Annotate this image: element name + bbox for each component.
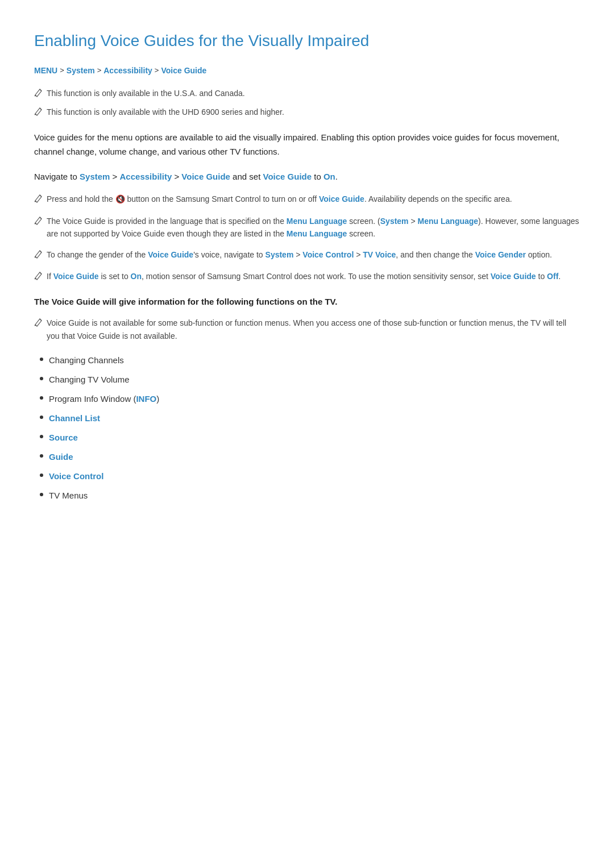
breadcrumb-sep-1: > xyxy=(60,65,64,77)
item-changing-volume: Changing TV Volume xyxy=(49,373,129,387)
bullet-dot-5 xyxy=(40,435,43,438)
top-notes: This function is only available in the U… xyxy=(34,87,580,119)
link-guide[interactable]: Guide xyxy=(49,450,73,464)
list-item-source: Source xyxy=(40,431,580,445)
pencil-icon-1 xyxy=(34,88,42,101)
note-text-1: This function is only available in the U… xyxy=(47,87,245,99)
link-menu-lang-3[interactable]: Menu Language xyxy=(287,229,347,238)
bullet-dot-2 xyxy=(40,377,43,380)
function-list-note: Voice Guide is not available for some su… xyxy=(34,317,580,342)
bullet-note-text-1: Press and hold the 🔇 button on the Samsu… xyxy=(47,193,512,205)
pencil-icon-3 xyxy=(34,194,42,206)
link-tv-voice[interactable]: TV Voice xyxy=(363,250,396,259)
nav-voice-guide[interactable]: Voice Guide xyxy=(181,172,230,181)
bullet-dot-8 xyxy=(40,493,43,496)
nav-accessibility[interactable]: Accessibility xyxy=(120,172,172,181)
link-voice-guide-4[interactable]: Voice Guide xyxy=(491,272,536,281)
bullet-note-text-2: The Voice Guide is provided in the langu… xyxy=(47,215,580,240)
bullet-note-2: The Voice Guide is provided in the langu… xyxy=(34,215,580,240)
list-item-voice-control: Voice Control xyxy=(40,470,580,483)
nav-system[interactable]: System xyxy=(80,172,110,181)
note-text-2: This function is only available with the… xyxy=(47,106,284,118)
link-info[interactable]: INFO xyxy=(136,394,156,404)
breadcrumb-sep-3: > xyxy=(155,65,159,77)
section-heading: The Voice Guide will give information fo… xyxy=(34,295,580,309)
bullet-dot-3 xyxy=(40,396,43,400)
list-item-changing-volume: Changing TV Volume xyxy=(40,373,580,387)
item-program-info: Program Info Window (INFO) xyxy=(49,392,159,406)
link-channel-list[interactable]: Channel List xyxy=(49,412,100,425)
link-voice-guide-1[interactable]: Voice Guide xyxy=(319,194,364,203)
link-voice-guide-3[interactable]: Voice Guide xyxy=(53,272,99,281)
list-item-tv-menus: TV Menus xyxy=(40,489,580,502)
bullet-dot-1 xyxy=(40,358,43,361)
link-system-2[interactable]: System xyxy=(265,250,294,259)
link-off[interactable]: Off xyxy=(547,272,558,281)
link-voice-control-1[interactable]: Voice Control xyxy=(302,250,354,259)
link-voice-gender[interactable]: Voice Gender xyxy=(475,250,526,259)
pencil-icon-5 xyxy=(34,250,42,262)
list-item-channel-list: Channel List xyxy=(40,412,580,425)
function-items-list: Changing Channels Changing TV Volume Pro… xyxy=(34,354,580,502)
bullet-note-3: To change the gender of the Voice Guide'… xyxy=(34,248,580,262)
breadcrumb-menu[interactable]: MENU xyxy=(34,64,57,77)
bullet-note-1: Press and hold the 🔇 button on the Samsu… xyxy=(34,193,580,206)
bullet-note-text-3: To change the gender of the Voice Guide'… xyxy=(47,248,552,261)
list-item-changing-channels: Changing Channels xyxy=(40,354,580,367)
pencil-icon-7 xyxy=(34,318,42,330)
list-item-program-info: Program Info Window (INFO) xyxy=(40,392,580,406)
bullet-dot-7 xyxy=(40,474,43,477)
link-system-1[interactable]: System xyxy=(380,217,409,226)
item-tv-menus: TV Menus xyxy=(49,489,88,502)
link-on[interactable]: On xyxy=(131,272,142,281)
bullet-note-4: If Voice Guide is set to On, motion sens… xyxy=(34,270,580,284)
bullet-notes-list: Press and hold the 🔇 button on the Samsu… xyxy=(34,193,580,284)
main-description: Voice guides for the menu options are av… xyxy=(34,131,580,159)
note-item-2: This function is only available with the… xyxy=(34,106,580,119)
link-menu-lang-2[interactable]: Menu Language xyxy=(418,217,479,226)
list-item-guide: Guide xyxy=(40,450,580,464)
bullet-note-text-4: If Voice Guide is set to On, motion sens… xyxy=(47,270,561,283)
page-title: Enabling Voice Guides for the Visually I… xyxy=(34,28,580,54)
link-menu-lang-1[interactable]: Menu Language xyxy=(287,217,347,226)
function-list: Voice Guide is not available for some su… xyxy=(34,317,580,342)
link-voice-control-2[interactable]: Voice Control xyxy=(49,470,103,483)
breadcrumb-accessibility[interactable]: Accessibility xyxy=(103,64,152,77)
breadcrumb: MENU > System > Accessibility > Voice Gu… xyxy=(34,64,580,77)
navigate-instruction: Navigate to System > Accessibility > Voi… xyxy=(34,170,580,184)
pencil-icon-4 xyxy=(34,216,42,229)
breadcrumb-voice-guide[interactable]: Voice Guide xyxy=(161,64,206,77)
bullet-dot-4 xyxy=(40,416,43,419)
breadcrumb-sep-2: > xyxy=(97,65,102,77)
nav-voice-guide2[interactable]: Voice Guide xyxy=(263,172,312,181)
note-item-1: This function is only available in the U… xyxy=(34,87,580,101)
nav-on[interactable]: On xyxy=(323,172,335,181)
bullet-dot-6 xyxy=(40,454,43,458)
link-voice-guide-2[interactable]: Voice Guide xyxy=(148,250,193,259)
item-changing-channels: Changing Channels xyxy=(49,354,124,367)
function-list-note-text: Voice Guide is not available for some su… xyxy=(47,317,580,342)
breadcrumb-system[interactable]: System xyxy=(67,64,95,77)
link-source[interactable]: Source xyxy=(49,431,78,445)
pencil-icon-6 xyxy=(34,271,42,284)
pencil-icon-2 xyxy=(34,107,42,119)
